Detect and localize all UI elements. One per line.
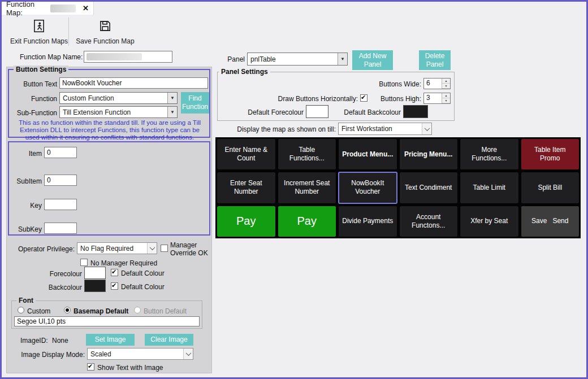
fore-default-colour-label: Default Colour	[121, 269, 165, 277]
subitem-input[interactable]	[44, 175, 77, 186]
chevron-down-icon[interactable]	[183, 348, 193, 359]
grid-button[interactable]: Divide Payments	[338, 206, 397, 237]
exit-function-maps-button[interactable]: Exit Function Maps	[10, 18, 68, 45]
button-text-label: Button Text	[9, 80, 57, 88]
key-label: Key	[9, 202, 42, 210]
grid-button[interactable]: Table Item Promo	[521, 138, 580, 170]
grid-button[interactable]: Product Menu...	[338, 138, 397, 170]
button-editor-panel: Button Settings Button Text Function Cus…	[6, 67, 212, 373]
function-value: Custom Function	[60, 94, 167, 102]
add-new-panel-button[interactable]: Add New Panel	[352, 50, 393, 70]
panel-dropdown[interactable]: pnlTable ▼	[247, 53, 348, 66]
save-function-map-button[interactable]: Save Function Map	[74, 18, 136, 45]
buttons-wide-value: 6	[424, 79, 442, 89]
grid-button[interactable]: Split Bill	[521, 172, 580, 203]
sub-function-dropdown[interactable]: Till Extension Function ▼	[59, 106, 178, 118]
add-new-panel-label: Add New Panel	[359, 52, 387, 69]
grid-button[interactable]: Save Send	[521, 206, 580, 237]
backcolour-label: Backcolour	[7, 284, 82, 291]
panel-label: Panel	[205, 55, 245, 63]
display-map-value: First Workstation	[339, 125, 422, 133]
chevron-down-icon[interactable]	[147, 243, 157, 254]
set-image-label: Set Image	[95, 336, 126, 344]
window-tab[interactable]: Function Map: ✕	[2, 2, 94, 15]
forecolour-swatch[interactable]	[84, 267, 106, 279]
grid-button[interactable]: Enter Seat Number	[217, 172, 276, 203]
grid-button[interactable]: Enter Name & Count	[217, 138, 276, 170]
exit-door-icon	[10, 19, 68, 35]
default-backcolour-swatch[interactable]	[403, 105, 428, 118]
dropdown-arrow-icon[interactable]: ▼	[167, 107, 177, 117]
no-manager-checkbox[interactable]	[80, 259, 88, 266]
find-function-button[interactable]: Find Function	[181, 92, 209, 114]
font-basemap-radio[interactable]	[64, 307, 71, 313]
font-button-default-label: Button Default	[144, 307, 187, 315]
grid-button[interactable]: Table Functions...	[278, 138, 337, 170]
function-dropdown[interactable]: Custom Function ▼	[59, 92, 178, 104]
grid-button[interactable]: Table Limit	[460, 172, 519, 203]
grid-button[interactable]: Pay	[278, 206, 337, 237]
font-basemap-label: Basemap Default	[74, 307, 128, 315]
sub-function-label: Sub-Function	[9, 109, 57, 117]
grid-button[interactable]: Increment Seat Number	[278, 172, 337, 203]
key-input[interactable]	[44, 199, 77, 210]
button-text-input[interactable]	[59, 77, 208, 89]
image-display-mode-label: Image Display Mode:	[7, 351, 85, 359]
show-text-label: Show Text with Image	[97, 364, 163, 372]
grid-button[interactable]: More Functions...	[460, 138, 519, 170]
dropdown-arrow-icon[interactable]: ▼	[338, 53, 347, 65]
fore-default-colour-checkbox[interactable]	[111, 269, 118, 276]
grid-button[interactable]: Pay	[217, 206, 276, 237]
item-input[interactable]	[44, 147, 77, 158]
buttons-high-value: 3	[424, 93, 442, 103]
delete-panel-button[interactable]: Delete Panel	[419, 50, 451, 70]
operator-privilege-dropdown[interactable]: No Flag Required	[77, 242, 157, 254]
sub-function-value: Till Extension Function	[60, 108, 167, 116]
item-label: Item	[9, 150, 42, 158]
grid-button[interactable]: NowBookIt Voucher	[338, 172, 397, 203]
toolbar: Exit Function Maps Save Function Map	[2, 15, 586, 49]
font-value-input[interactable]	[14, 316, 200, 326]
redacted-name-value	[87, 53, 142, 60]
grid-button[interactable]: Pricing Menu...	[399, 138, 459, 170]
buttons-high-stepper[interactable]: 3 ▲▼	[423, 93, 451, 104]
button-settings-title: Button Settings	[14, 66, 68, 73]
default-backcolour-label: Default Backcolour	[323, 108, 401, 116]
backcolour-swatch[interactable]	[84, 280, 106, 292]
grid-button[interactable]: Xfer by Seat	[460, 206, 519, 237]
back-default-colour-checkbox[interactable]	[111, 282, 118, 290]
buttons-wide-label: Buttons Wide:	[331, 80, 421, 88]
image-display-mode-dropdown[interactable]: Scaled	[87, 348, 193, 360]
show-text-checkbox[interactable]	[87, 363, 94, 371]
function-note-text: This as no function within the standard …	[12, 119, 207, 141]
display-map-dropdown[interactable]: First Workstation	[338, 123, 432, 135]
operator-privilege-value: No Flag Required	[77, 245, 147, 252]
back-default-colour-label: Default Colour	[121, 283, 165, 291]
panel-value: pnlTable	[248, 55, 338, 63]
imageid-value: None	[52, 337, 68, 345]
no-manager-label: No Manager Required	[90, 259, 157, 267]
subitem-label: SubItem	[9, 177, 42, 185]
image-display-mode-value: Scaled	[88, 350, 183, 358]
close-icon[interactable]: ✕	[83, 4, 89, 12]
dropdown-arrow-icon[interactable]: ▼	[167, 93, 177, 103]
grid-button[interactable]: Text Condiment	[399, 172, 459, 203]
forecolour-label: Forecolour	[7, 270, 82, 278]
tab-title: Function Map:	[6, 0, 47, 17]
chevron-down-icon[interactable]	[422, 123, 431, 134]
buttons-wide-stepper[interactable]: 6 ▲▼	[423, 78, 451, 89]
set-image-button[interactable]: Set Image	[86, 334, 135, 346]
manager-override-checkbox[interactable]	[161, 245, 168, 252]
item-key-group: Item SubItem Key SubKey	[8, 141, 210, 236]
display-map-label: Display the map as shown on till:	[217, 125, 336, 133]
stepper-arrows-icon[interactable]: ▲▼	[442, 79, 450, 89]
clear-image-button[interactable]: Clear Image	[145, 334, 193, 346]
grid-button[interactable]: Account Functons...	[399, 206, 459, 237]
subkey-input[interactable]	[44, 223, 77, 234]
font-custom-radio[interactable]	[18, 307, 24, 313]
operator-privilege-label: Operator Privilege:	[7, 245, 75, 253]
font-button-default-radio[interactable]	[134, 307, 141, 313]
stepper-arrows-icon[interactable]: ▲▼	[442, 93, 450, 103]
function-map-name-input[interactable]	[84, 51, 172, 63]
toolbar-separator	[68, 18, 69, 46]
